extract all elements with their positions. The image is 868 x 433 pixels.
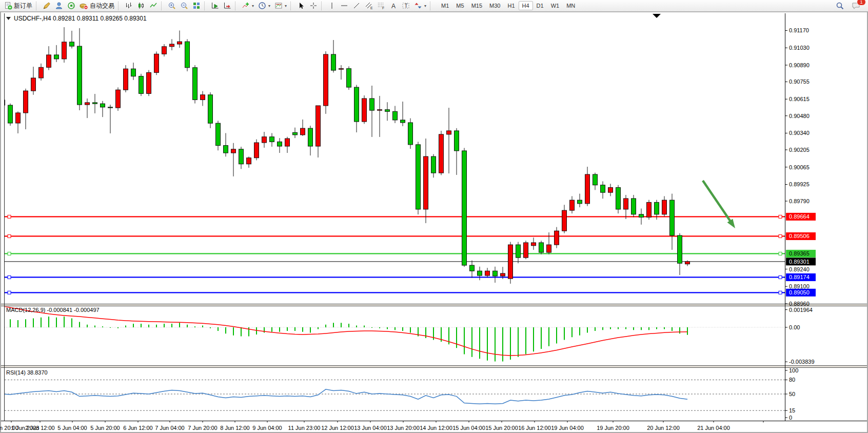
metaeditor-button[interactable] — [41, 0, 53, 11]
price-line-label: 0.89506 — [786, 232, 816, 240]
new-order-button[interactable]: 新订单 — [2, 0, 34, 11]
timeframe-H1[interactable]: H1 — [504, 1, 518, 10]
fibonacci-button[interactable]: F — [375, 0, 387, 11]
rsi-axis-label: 50 — [789, 391, 795, 397]
candle — [208, 92, 213, 128]
time-label: 14 Jun 12:00 — [420, 425, 452, 431]
candle — [508, 242, 513, 284]
candle — [439, 131, 444, 175]
line-handle[interactable] — [8, 215, 11, 218]
macd-axis-label: 0.00 — [789, 324, 800, 330]
chart-background — [0, 12, 868, 433]
time-label: 16 Jun 12:00 — [518, 425, 551, 431]
line-handle[interactable] — [8, 252, 11, 255]
timeframe-MN[interactable]: MN — [563, 1, 579, 10]
line-chart-button[interactable] — [147, 0, 160, 11]
timeframe-M15[interactable]: M15 — [468, 1, 486, 10]
time-label: 2 Jun 12:00 — [25, 425, 55, 431]
rsi-axis-label: 100 — [789, 367, 798, 373]
autotrading-button[interactable]: 自动交易 — [77, 0, 116, 11]
timeframe-M5[interactable]: M5 — [452, 1, 467, 10]
chart-shift-button[interactable] — [221, 0, 233, 11]
rsi-axis-label: 15 — [789, 407, 795, 414]
indicators-icon — [242, 2, 250, 10]
line-handle[interactable] — [779, 215, 782, 218]
cursor-button[interactable] — [295, 0, 307, 11]
line-handle[interactable] — [8, 291, 11, 294]
candlestick-icon — [137, 2, 145, 10]
horizontal-line-button[interactable] — [338, 0, 350, 11]
timeframe-M30[interactable]: M30 — [486, 1, 504, 10]
arrows-tool-icon — [414, 2, 422, 10]
community-button[interactable] — [53, 0, 65, 11]
text-icon: A — [389, 2, 398, 10]
templates-button[interactable]: ▾ — [272, 0, 289, 11]
bar-chart-button[interactable] — [123, 0, 135, 11]
radar-icon — [67, 2, 75, 10]
mt4-window: 新订单 自动交易 ▾ ▾ ▾ E F A T ▾ — [0, 0, 868, 433]
notification-badge: 1 — [857, 0, 866, 6]
candle — [462, 148, 467, 267]
separator — [430, 2, 432, 10]
svg-text:0.89174: 0.89174 — [789, 274, 810, 280]
crosshair-button[interactable] — [307, 0, 320, 11]
channel-button[interactable]: E — [363, 0, 375, 11]
timeframe-H4[interactable]: H4 — [519, 1, 533, 10]
separator — [118, 2, 121, 10]
arrows-button[interactable]: ▾ — [412, 0, 428, 11]
search-button[interactable] — [834, 0, 846, 11]
timeframe-D1[interactable]: D1 — [533, 1, 547, 10]
time-label: 9 Jun 04:00 — [252, 425, 282, 431]
person-icon — [55, 2, 63, 10]
dropdown-arrow-icon: ▾ — [424, 4, 426, 8]
candle — [193, 65, 198, 104]
line-handle[interactable] — [779, 291, 782, 294]
indicators-button[interactable]: ▾ — [240, 0, 256, 11]
price-tick-label: 0.91170 — [789, 27, 809, 33]
line-handle[interactable] — [779, 275, 782, 279]
candlestick-button[interactable] — [135, 0, 147, 11]
zoom-out-icon — [180, 2, 188, 10]
time-label: 13 Jun 04:00 — [354, 425, 387, 431]
candle — [616, 185, 621, 213]
signals-button[interactable] — [65, 0, 77, 11]
tile-windows-button[interactable] — [190, 0, 203, 11]
bar-chart-icon — [125, 2, 133, 10]
timeframe-M1[interactable]: M1 — [438, 1, 452, 10]
line-handle[interactable] — [779, 234, 782, 238]
chart-title: USDCHF-,H4 0.89281 0.89311 0.89265 0.893… — [6, 15, 147, 22]
candle — [154, 51, 159, 75]
price-tick-label: 0.90890 — [789, 62, 810, 68]
candle — [185, 39, 190, 71]
price-line-label: 0.89301 — [786, 258, 816, 265]
candle — [124, 65, 128, 92]
new-order-label: 新订单 — [14, 2, 32, 10]
new-order-icon — [4, 2, 12, 10]
zoom-out-button[interactable] — [178, 0, 190, 11]
price-tick-label: 0.90205 — [789, 147, 810, 153]
label-button[interactable]: T — [400, 0, 412, 11]
vertical-line-button[interactable] — [326, 0, 338, 11]
zoom-in-icon — [168, 2, 176, 10]
pencil-icon — [43, 2, 51, 10]
auto-scroll-button[interactable] — [209, 0, 221, 11]
line-handle[interactable] — [8, 234, 11, 238]
candle — [408, 119, 413, 149]
autotrading-label: 自动交易 — [90, 2, 114, 10]
timeframe-W1[interactable]: W1 — [547, 1, 563, 10]
zoom-in-button[interactable] — [166, 0, 178, 11]
trendline-button[interactable] — [350, 0, 363, 11]
price-tick-label: 0.91030 — [789, 45, 810, 51]
dropdown-arrow-icon: ▾ — [268, 4, 270, 8]
cursor-icon — [297, 2, 305, 10]
chat-button[interactable]: 1 — [850, 0, 863, 11]
line-handle[interactable] — [779, 252, 782, 255]
crosshair-icon — [309, 2, 318, 10]
text-button[interactable]: A — [387, 0, 400, 11]
line-handle[interactable] — [8, 275, 11, 279]
channel-icon: E — [365, 2, 373, 10]
chart-area[interactable]: 0.911700.910300.908900.907550.906150.904… — [0, 12, 868, 433]
time-label: 7 Jun 20:00 — [188, 425, 218, 431]
candle — [139, 74, 144, 96]
periods-button[interactable]: ▾ — [256, 0, 272, 11]
